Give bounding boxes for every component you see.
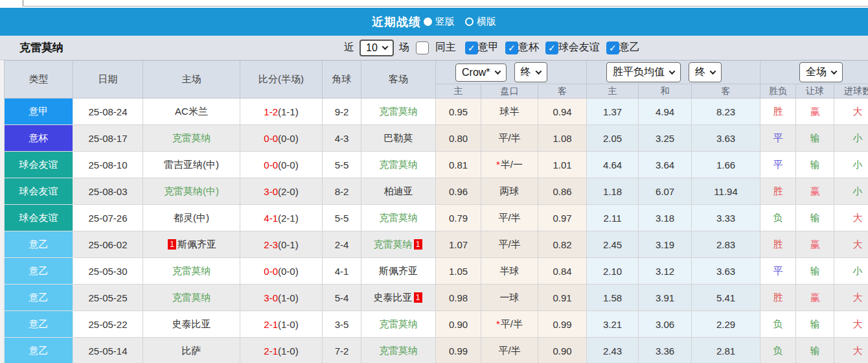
cell-mean-draw: 3.36 bbox=[639, 338, 692, 363]
cell-odds-line: 平/半 bbox=[481, 231, 538, 258]
filters-group: 近 10 场 同主 ✓ 意甲 ✓ 意杯 ✓ 球会友谊 ✓ 意乙 bbox=[341, 36, 640, 60]
fullmatch-dropdown[interactable]: 全场 bbox=[799, 62, 843, 82]
cell-mean-home: 1.18 bbox=[587, 178, 639, 205]
cell-handicap-result: 输 bbox=[796, 338, 834, 363]
subheader-odds-line: 盘口 bbox=[481, 84, 538, 99]
team-name: 克雷莫纳 bbox=[379, 159, 418, 170]
cell-home-team: 克雷莫纳 bbox=[143, 125, 240, 152]
red-card-badge: 1 bbox=[414, 292, 422, 303]
cell-odds-home: 0.95 bbox=[436, 99, 481, 125]
table-row: 球会友谊 25-08-03 克雷莫纳(中) 3-0(2-0) 8-2 柏迪亚 0… bbox=[5, 178, 868, 205]
cell-score: 2-1(1-0) bbox=[240, 338, 323, 363]
cell-odds-away: 0.84 bbox=[538, 258, 587, 285]
cell-mean-draw: 3.64 bbox=[639, 152, 692, 178]
cell-date: 25-07-26 bbox=[73, 205, 143, 231]
table-row: 意乙 25-05-14 比萨 2-1(1-0) 7-2 克雷莫纳 0.99 平/… bbox=[5, 338, 868, 363]
cell-date: 25-08-03 bbox=[73, 178, 143, 205]
near-label: 近 bbox=[344, 41, 354, 54]
team-name: 克雷莫纳(中) bbox=[164, 185, 219, 196]
chevron-down-icon bbox=[710, 68, 716, 75]
cell-result: 胜 bbox=[760, 285, 796, 311]
chevron-down-icon bbox=[669, 68, 676, 75]
cell-handicap-result: 输 bbox=[796, 311, 834, 338]
vertical-layout-label[interactable]: 竖版 bbox=[435, 16, 455, 28]
subheader-mean-away: 客 bbox=[692, 84, 760, 99]
vertical-layout-radio[interactable] bbox=[424, 18, 432, 26]
cell-corners: 9-2 bbox=[323, 99, 361, 125]
cell-mean-home: 4.64 bbox=[587, 152, 639, 178]
odds-state-dropdown[interactable]: 终 bbox=[514, 62, 547, 82]
cell-mean-away: 3.33 bbox=[692, 205, 760, 231]
horizontal-layout-radio[interactable] bbox=[465, 18, 474, 26]
cell-date: 25-08-24 bbox=[73, 99, 143, 125]
mean-type-dropdown[interactable]: 胜平负均值 bbox=[606, 62, 681, 82]
filter-bar: 克雷莫纳 近 10 场 同主 ✓ 意甲 ✓ 意杯 ✓ 球会友谊 ✓ 意乙 bbox=[0, 36, 868, 60]
cell-goals-result: 小 bbox=[834, 152, 868, 178]
cell-corners: 5-4 bbox=[323, 285, 361, 311]
league-checkbox-coppa-italia[interactable]: ✓ bbox=[505, 41, 518, 54]
cell-odds-away: 1.08 bbox=[538, 125, 587, 152]
cell-result: 负 bbox=[760, 205, 796, 231]
cell-away-team: 克雷莫纳 bbox=[361, 99, 436, 125]
score-fulltime: 3-0 bbox=[264, 186, 278, 197]
cell-away-team: 克雷莫纳 bbox=[361, 311, 436, 338]
chevron-down-icon bbox=[831, 68, 838, 75]
score-fulltime: 2-3 bbox=[264, 239, 278, 250]
cell-mean-home: 1.58 bbox=[587, 285, 639, 311]
score-halftime: (2-0) bbox=[278, 186, 299, 197]
cell-result: 平 bbox=[760, 258, 796, 285]
cell-league-badge: 球会友谊 bbox=[5, 152, 73, 178]
cell-goals-result: 大 bbox=[834, 338, 868, 363]
score-fulltime: 2-1 bbox=[264, 345, 278, 357]
same-home-checkbox[interactable] bbox=[416, 41, 429, 54]
cell-result: 胜 bbox=[760, 99, 796, 125]
score-halftime: (0-0) bbox=[278, 133, 299, 144]
cell-odds-home: 0.81 bbox=[436, 152, 481, 178]
score-fulltime: 0-0 bbox=[264, 159, 278, 170]
score-halftime: (0-1) bbox=[278, 239, 299, 250]
match-count-value: 10 bbox=[366, 42, 378, 54]
cell-goals-result: 大 bbox=[834, 285, 868, 311]
match-count-select[interactable]: 10 bbox=[360, 40, 394, 56]
cell-score: 1-2(1-1) bbox=[240, 99, 323, 125]
horizontal-layout-label[interactable]: 横版 bbox=[477, 16, 496, 28]
cell-mean-away: 3.63 bbox=[692, 258, 760, 285]
table-row: 意乙 25-06-02 1斯佩齐亚 2-3(0-1) 2-4 克雷莫纳1 1.0… bbox=[5, 231, 868, 258]
cell-league-badge: 意甲 bbox=[5, 99, 73, 125]
league-label-club-friendly[interactable]: 球会友谊 bbox=[558, 41, 600, 54]
bookmaker-dropdown[interactable]: Crow* bbox=[455, 64, 507, 82]
cell-mean-home: 2.43 bbox=[587, 338, 639, 363]
team-name: 史泰比亚 bbox=[172, 318, 211, 329]
cell-corners: 4-3 bbox=[323, 125, 361, 152]
cell-mean-draw: 3.06 bbox=[639, 311, 692, 338]
league-label-serie-a[interactable]: 意甲 bbox=[478, 41, 499, 54]
cell-odds-home: 0.80 bbox=[436, 125, 481, 152]
league-checkbox-serie-a[interactable]: ✓ bbox=[465, 41, 478, 54]
star-marker: * bbox=[496, 318, 500, 329]
cell-mean-away: 5.41 bbox=[692, 285, 760, 311]
chevron-down-icon bbox=[535, 68, 542, 75]
cell-league-badge: 意乙 bbox=[5, 311, 73, 338]
league-checkbox-club-friendly[interactable]: ✓ bbox=[545, 41, 558, 54]
header-home: 主场 bbox=[143, 61, 240, 99]
subheader-odds-away: 客 bbox=[538, 84, 587, 99]
mean-state-dropdown[interactable]: 终 bbox=[689, 62, 722, 82]
league-label-serie-b[interactable]: 意乙 bbox=[619, 41, 640, 54]
team-name: 柏迪亚 bbox=[384, 185, 413, 196]
cell-odds-home: 0.99 bbox=[436, 338, 481, 363]
league-checkbox-serie-b[interactable]: ✓ bbox=[606, 41, 619, 54]
score-halftime: (1-0) bbox=[278, 319, 299, 330]
cell-date: 25-05-22 bbox=[73, 311, 143, 338]
subheader-handicap: 让球 bbox=[796, 84, 834, 99]
subheader-mean-draw: 和 bbox=[639, 84, 692, 99]
cell-result: 负 bbox=[760, 338, 796, 363]
score-fulltime: 0-0 bbox=[264, 133, 278, 144]
league-label-coppa-italia[interactable]: 意杯 bbox=[518, 41, 539, 54]
cell-result: 胜 bbox=[760, 231, 796, 258]
chevron-down-icon bbox=[382, 43, 388, 50]
cell-odds-line: 平/半 bbox=[481, 125, 538, 152]
cell-mean-away: 3.63 bbox=[692, 125, 760, 152]
team-name: 克雷莫纳 bbox=[379, 318, 418, 329]
cell-handicap-result: 输 bbox=[796, 125, 834, 152]
cell-home-team: 克雷莫纳 bbox=[143, 285, 240, 311]
